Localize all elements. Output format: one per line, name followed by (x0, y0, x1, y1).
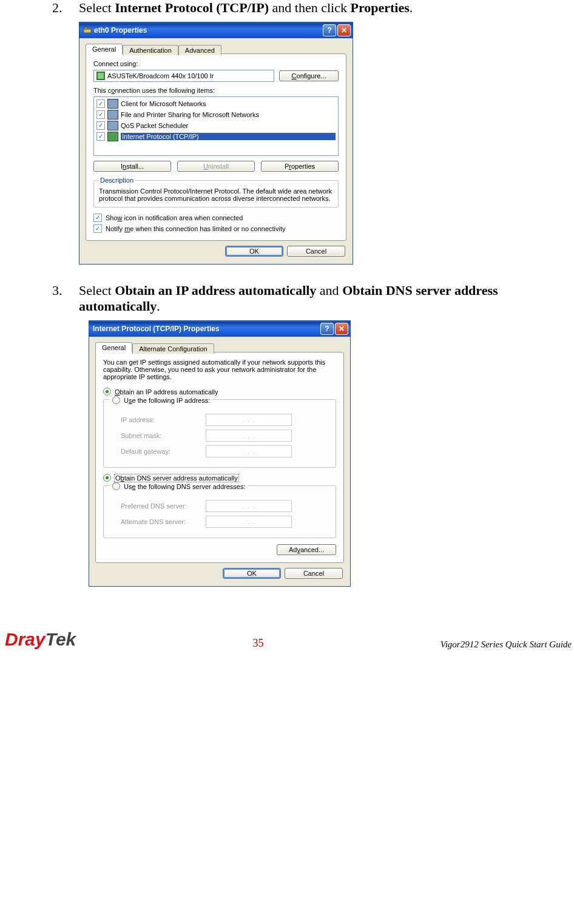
configure-button[interactable]: Configure... (279, 70, 339, 81)
show-icon-label: Show icon in notification area when conn… (106, 214, 243, 221)
adns-row: Alternate DNS server: . . . (121, 516, 329, 528)
install-button[interactable]: Install... (93, 161, 171, 172)
radio-icon[interactable] (112, 482, 120, 490)
dialog-title: Internet Protocol (TCP/IP) Properties (93, 325, 319, 333)
close-button[interactable]: ✕ (335, 323, 348, 335)
subnet-field: . . . (206, 430, 292, 442)
list-item-label: QoS Packet Scheduler (121, 122, 336, 129)
step-2-b2: Properties (350, 0, 409, 15)
use-dns-label: Use the following DNS server addresses: (124, 483, 246, 490)
dialog-title: eth0 Properties (94, 26, 322, 35)
brand-logo: DrayTek (5, 629, 76, 650)
adapter-icon (96, 72, 105, 80)
cancel-button[interactable]: Cancel (285, 568, 343, 579)
list-item-selected[interactable]: Internet Protocol (TCP/IP) (95, 131, 337, 142)
step-2-mid: and then click (269, 0, 350, 15)
client-icon (107, 99, 118, 109)
cancel-button[interactable]: Cancel (287, 246, 345, 257)
gateway-field: . . . (206, 445, 292, 457)
use-ip-label: Use the following IP address: (124, 397, 210, 404)
step-3-num: 3. (52, 283, 79, 314)
titlebar[interactable]: eth0 Properties ? ✕ (79, 22, 353, 38)
list-item[interactable]: File and Printer Sharing for Microsoft N… (95, 109, 337, 120)
checkbox-icon[interactable] (93, 224, 102, 233)
step-3: 3. Select Obtain an IP address automatic… (52, 283, 550, 314)
subnet-label: Subnet mask: (121, 432, 206, 439)
items-list[interactable]: Client for Microsoft Networks File and P… (93, 96, 339, 156)
step-2: 2. Select Internet Protocol (TCP/IP) and… (52, 0, 550, 16)
checkbox-icon[interactable] (93, 214, 102, 222)
items-label: This connection uses the following items… (93, 87, 339, 94)
intro-text: You can get IP settings assigned automat… (103, 359, 336, 380)
page-number: 35 (252, 637, 263, 650)
ok-button[interactable]: OK (225, 246, 283, 257)
step-2-pre: Select (79, 0, 115, 15)
gateway-row: Default gateway: . . . (121, 445, 329, 457)
radio-label: Obtain an IP address automatically (115, 388, 218, 396)
radio-icon[interactable] (103, 474, 111, 482)
tab-general[interactable]: General (95, 342, 132, 352)
checkbox-icon[interactable] (96, 99, 105, 108)
static-dns-group: Use the following DNS server addresses: … (103, 485, 336, 538)
tab-authentication[interactable]: Authentication (123, 45, 178, 55)
step-2-b1: Internet Protocol (TCP/IP) (115, 0, 269, 15)
configure-label: onfigure... (297, 72, 326, 79)
eth0-properties-dialog: eth0 Properties ? ✕ General Authenticati… (79, 22, 353, 265)
tab-alternate[interactable]: Alternate Configuration (132, 343, 214, 354)
tab-advanced[interactable]: Advanced (178, 45, 221, 55)
svg-rect-0 (84, 29, 91, 33)
step-3-text: Select Obtain an IP address automaticall… (79, 283, 550, 314)
help-button[interactable]: ? (320, 323, 334, 335)
description-text: Transmission Control Protocol/Internet P… (99, 187, 333, 202)
nic-icon (83, 26, 92, 35)
pdns-field: . . . (206, 500, 292, 512)
advanced-button[interactable]: Advanced... (277, 544, 336, 555)
description-legend: Description (99, 177, 135, 184)
ip-address-field: . . . (206, 414, 292, 426)
obtain-ip-auto-radio[interactable]: Obtain an IP address automatically (103, 388, 336, 396)
titlebar[interactable]: Internet Protocol (TCP/IP) Properties ? … (89, 321, 350, 337)
protocol-icon (107, 132, 118, 141)
description-group: Description Transmission Control Protoco… (93, 177, 339, 207)
radio-icon[interactable] (103, 388, 111, 396)
checkbox-icon[interactable] (96, 110, 105, 119)
gateway-label: Default gateway: (121, 448, 206, 455)
list-item[interactable]: Client for Microsoft Networks (95, 98, 337, 109)
notify-row[interactable]: Notify me when this connection has limit… (93, 224, 339, 233)
subnet-row: Subnet mask: . . . (121, 430, 329, 442)
checkbox-icon[interactable] (96, 121, 105, 130)
adns-field: . . . (206, 516, 292, 528)
notify-label: Notify me when this connection has limit… (106, 225, 286, 232)
adns-label: Alternate DNS server: (121, 518, 206, 525)
guide-name: Vigor2912 Series Quick Start Guide (441, 639, 572, 650)
step-2-text: Select Internet Protocol (TCP/IP) and th… (79, 0, 550, 16)
adapter-field[interactable]: ASUSTeK/Broadcom 440x 10/100 Ir (93, 70, 274, 82)
step-3-post: . (157, 298, 160, 314)
step-3-mid: and (316, 283, 342, 298)
adapter-name: ASUSTeK/Broadcom 440x 10/100 Ir (107, 72, 214, 79)
tab-general[interactable]: General (86, 44, 123, 54)
service-icon (107, 121, 118, 130)
show-icon-row[interactable]: Show icon in notification area when conn… (93, 214, 339, 222)
step-3-b1: Obtain an IP address automatically (115, 283, 316, 298)
radio-label: Obtain DNS server address automatically (115, 474, 238, 482)
static-ip-group: Use the following IP address: IP address… (103, 399, 336, 468)
close-button[interactable]: ✕ (337, 24, 351, 36)
ip-address-label: IP address: (121, 416, 206, 423)
ip-address-row: IP address: . . . (121, 414, 329, 426)
help-button[interactable]: ? (323, 24, 336, 36)
checkbox-icon[interactable] (96, 132, 105, 141)
properties-button[interactable]: Properties (261, 161, 339, 172)
ok-button[interactable]: OK (223, 568, 281, 579)
obtain-dns-auto-radio[interactable]: Obtain DNS server address automatically (103, 474, 336, 482)
list-item-label: Internet Protocol (TCP/IP) (121, 133, 336, 140)
tab-page-general: You can get IP settings assigned automat… (95, 352, 344, 563)
list-item[interactable]: QoS Packet Scheduler (95, 120, 337, 131)
pdns-row: Preferred DNS server: . . . (121, 500, 329, 512)
radio-icon[interactable] (112, 396, 120, 404)
tab-page-general: Connect using: ASUSTeK/Broadcom 440x 10/… (86, 53, 346, 241)
pdns-label: Preferred DNS server: (121, 502, 206, 510)
connect-using-label: Connect using: (93, 60, 339, 67)
tabs: General Alternate Configuration (95, 342, 344, 352)
tabs: General Authentication Advanced (86, 44, 346, 54)
